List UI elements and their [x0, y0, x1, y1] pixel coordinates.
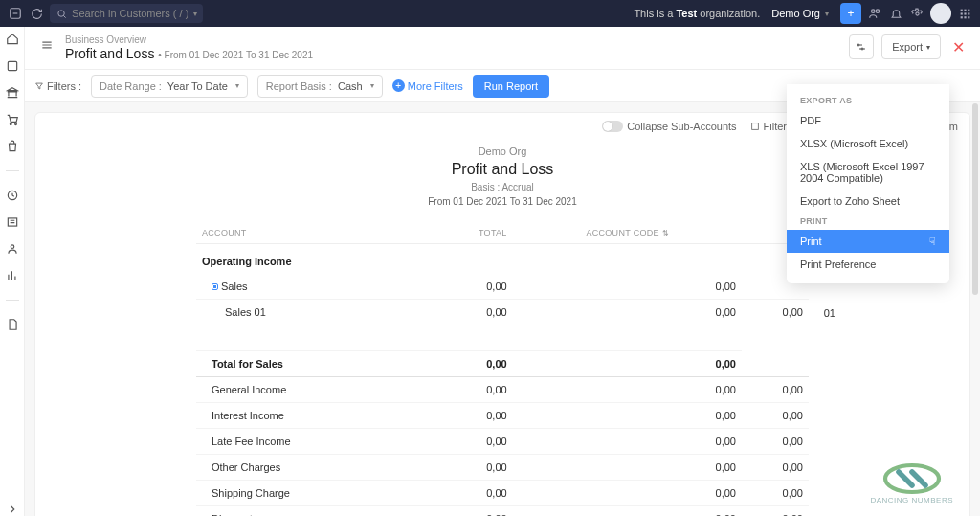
settings-icon[interactable]: [909, 6, 924, 21]
sales-icon[interactable]: [6, 113, 19, 126]
col-total[interactable]: TOTAL: [446, 222, 513, 244]
section-operating-income: Operating Income: [196, 244, 809, 275]
referrals-icon[interactable]: [867, 6, 882, 21]
row-shipping[interactable]: Shipping Charge: [196, 480, 446, 505]
expand-icon[interactable]: [212, 283, 218, 290]
reports-icon[interactable]: [6, 269, 19, 282]
search-icon: [56, 6, 68, 21]
accountant-icon[interactable]: [6, 215, 19, 229]
table-row: Interest Income 0,00 0,00 0,00: [196, 402, 809, 428]
svg-rect-8: [960, 12, 962, 14]
refresh-icon[interactable]: [29, 6, 44, 21]
table-row: Late Fee Income 0,00 0,00 0,00: [196, 428, 809, 454]
report-table: ACCOUNT TOTAL ACCOUNT CODE ⇅ Operating I…: [196, 222, 809, 516]
row-total-sales: Total for Sales: [196, 350, 446, 376]
banking-icon[interactable]: [6, 86, 19, 100]
row-interest-income[interactable]: Interest Income: [196, 402, 446, 428]
svg-point-4: [915, 11, 918, 14]
notification-icon[interactable]: [888, 6, 903, 21]
table-row: Shipping Charge 0,00 0,00 0,00: [196, 480, 809, 505]
scrollbar[interactable]: [972, 103, 978, 295]
page-title: Profit and Loss • From 01 Dec 2021 To 31…: [65, 46, 313, 61]
dropdown-header-export: EXPORT AS: [787, 92, 949, 109]
table-row: Sales 01 0,00 0,00 0,00: [196, 300, 809, 325]
svg-rect-20: [751, 123, 758, 130]
date-range-select[interactable]: Date Range : Year To Date▾: [91, 75, 248, 98]
svg-rect-11: [960, 16, 962, 18]
export-xls[interactable]: XLS (Microsoft Excel 1997-2004 Compatibl…: [787, 155, 949, 190]
dropdown-header-print: PRINT: [787, 213, 949, 230]
close-icon[interactable]: ✕: [948, 38, 969, 56]
row-general-income[interactable]: General Income: [196, 376, 446, 402]
svg-rect-7: [968, 9, 969, 11]
filters-label: Filters :: [34, 80, 81, 92]
collapse-nav-icon[interactable]: [6, 503, 19, 516]
svg-rect-9: [964, 12, 966, 14]
svg-point-2: [872, 10, 876, 12]
row-discount[interactable]: Discount: [196, 505, 446, 516]
export-xlsx[interactable]: XLSX (Microsoft Excel): [787, 132, 949, 155]
documents-icon[interactable]: [6, 318, 19, 331]
time-icon[interactable]: [6, 189, 19, 202]
col-account[interactable]: ACCOUNT: [196, 222, 446, 244]
row-sales[interactable]: Sales: [196, 274, 446, 300]
home-icon[interactable]: [6, 33, 19, 46]
svg-point-19: [11, 245, 14, 248]
table-row: Sales 0,00 0,00: [196, 274, 809, 300]
col-account-code[interactable]: ACCOUNT CODE ⇅: [513, 222, 675, 244]
user-avatar[interactable]: [930, 3, 951, 24]
org-switcher[interactable]: Demo Org▾: [771, 8, 829, 19]
apps-grid-icon[interactable]: [957, 6, 972, 21]
export-zoho-sheet[interactable]: Export to Zoho Sheet: [787, 190, 949, 213]
print-option[interactable]: Print: [787, 230, 949, 253]
export-pdf[interactable]: PDF: [787, 109, 949, 132]
breadcrumb: Business Overview: [65, 34, 313, 45]
left-nav: [0, 27, 25, 516]
table-row: Other Charges 0,00 0,00 0,00: [196, 454, 809, 480]
svg-rect-12: [964, 16, 966, 18]
purchases-icon[interactable]: [6, 140, 19, 153]
table-row: Discount 0,00 0,00 0,00: [196, 505, 809, 516]
row-late-fee[interactable]: Late Fee Income: [196, 428, 446, 454]
table-row: General Income 0,00 0,00 0,00: [196, 376, 809, 402]
svg-point-15: [10, 123, 11, 125]
run-report-button[interactable]: Run Report: [473, 75, 549, 98]
svg-point-16: [14, 123, 16, 125]
collapse-subaccounts-toggle[interactable]: Collapse Sub-Accounts: [602, 121, 736, 132]
top-bar: ▾ This is a Test organization. Demo Org▾…: [0, 0, 980, 27]
svg-rect-13: [968, 16, 969, 18]
items-icon[interactable]: [6, 59, 19, 73]
svg-point-1: [58, 10, 64, 15]
svg-rect-5: [960, 9, 962, 11]
hamburger-icon[interactable]: [36, 34, 57, 56]
search-input[interactable]: [72, 8, 188, 19]
export-button[interactable]: Export▾: [881, 34, 941, 59]
contacts-icon[interactable]: [6, 242, 19, 256]
row-other-charges[interactable]: Other Charges: [196, 454, 446, 480]
account-code-cell: 01: [774, 301, 841, 326]
report-basis-select[interactable]: Report Basis : Cash▾: [257, 75, 383, 98]
svg-point-3: [876, 10, 880, 12]
row-sales-01[interactable]: Sales 01: [196, 300, 446, 325]
svg-rect-14: [8, 61, 16, 70]
chevron-down-icon: ▾: [193, 10, 197, 18]
test-org-banner: This is a Test organization.: [634, 8, 760, 19]
svg-rect-10: [968, 12, 969, 14]
more-filters-button[interactable]: +More Filters: [392, 79, 463, 92]
table-row: Total for Sales 0,00 0,00: [196, 350, 809, 376]
quick-create-button[interactable]: +: [840, 3, 861, 24]
app-logo-icon[interactable]: [8, 6, 23, 21]
search-box[interactable]: ▾: [50, 4, 203, 23]
export-dropdown: EXPORT AS PDF XLSX (Microsoft Excel) XLS…: [787, 84, 949, 283]
svg-rect-6: [964, 9, 966, 11]
print-preference[interactable]: Print Preference: [787, 253, 949, 276]
page-header: Business Overview Profit and Loss • From…: [25, 27, 980, 70]
customize-button[interactable]: [849, 34, 874, 59]
table-row: 01: [196, 325, 809, 351]
